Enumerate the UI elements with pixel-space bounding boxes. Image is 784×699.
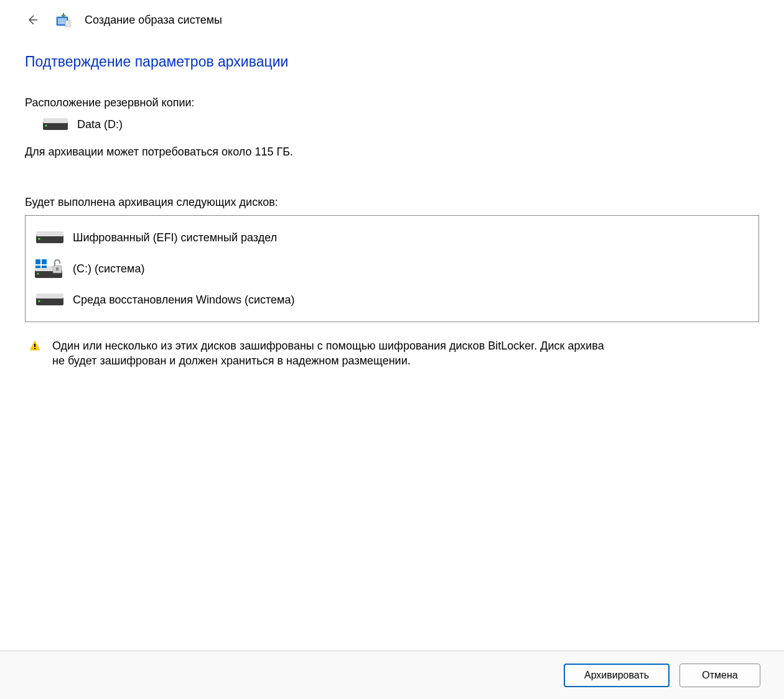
list-item: (C:) (система) (34, 253, 750, 284)
svg-point-8 (39, 238, 40, 240)
backup-location-value: Data (D:) (77, 118, 123, 131)
back-button[interactable] (25, 12, 40, 27)
svg-point-20 (39, 300, 40, 302)
svg-rect-22 (34, 348, 35, 350)
header-row: Создание образа системы (25, 11, 759, 29)
drive-name: (C:) (система) (73, 262, 144, 275)
page-heading: Подтверждение параметров архивации (25, 53, 759, 70)
drive-icon (34, 290, 65, 309)
dialog-footer: Архивировать Отмена (0, 650, 784, 699)
wizard-container: Создание образа системы Подтверждение па… (0, 0, 784, 638)
svg-rect-21 (34, 344, 35, 347)
svg-rect-12 (35, 259, 40, 264)
drive-locked-icon (34, 259, 65, 278)
svg-rect-14 (35, 266, 40, 268)
warning-icon (29, 340, 41, 352)
size-estimate: Для архивации может потребоваться около … (25, 146, 759, 159)
svg-point-11 (37, 273, 39, 275)
drives-list-label: Будет выполнена архивация следующих диск… (25, 196, 759, 209)
svg-rect-13 (42, 259, 47, 264)
svg-rect-19 (36, 294, 63, 299)
svg-rect-17 (56, 267, 58, 271)
drives-list: Шифрованный (EFI) системный раздел (C:) … (25, 215, 759, 322)
svg-rect-7 (36, 231, 63, 236)
svg-point-5 (45, 125, 47, 127)
list-item: Среда восстановления Windows (система) (34, 284, 750, 315)
backup-location-label: Расположение резервной копии: (25, 96, 759, 109)
drive-icon (42, 117, 68, 132)
warning-text: Один или несколько из этих дисков зашифр… (52, 338, 612, 369)
archive-button[interactable]: Архивировать (564, 664, 670, 687)
drive-name: Шифрованный (EFI) системный раздел (73, 231, 277, 244)
arrow-left-icon (26, 14, 39, 26)
svg-rect-2 (65, 21, 70, 27)
backup-location-row: Data (D:) (42, 117, 759, 132)
window-title: Создание образа системы (85, 14, 222, 27)
svg-rect-4 (43, 118, 68, 123)
svg-rect-15 (42, 266, 47, 268)
warning-message: Один или несколько из этих дисков зашифр… (25, 338, 759, 369)
drive-name: Среда восстановления Windows (система) (73, 294, 294, 307)
cancel-button[interactable]: Отмена (679, 664, 760, 687)
list-item: Шифрованный (EFI) системный раздел (34, 222, 750, 253)
system-image-icon (55, 11, 72, 29)
drive-icon (34, 228, 65, 247)
